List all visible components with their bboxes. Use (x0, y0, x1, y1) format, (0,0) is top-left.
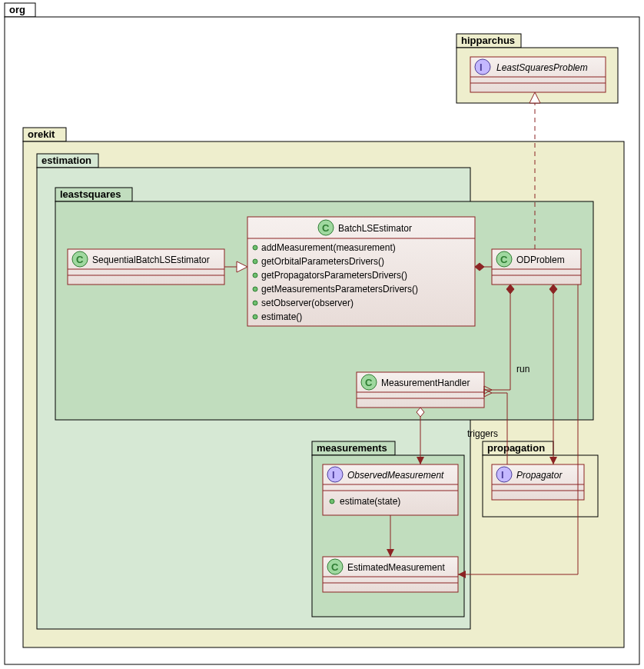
class-MeasurementHandler-name: MeasurementHandler (381, 378, 470, 388)
class-SequentialBatchLSEstimator-name: SequentialBatchLSEstimator (92, 255, 210, 265)
svg-text:estimate(): estimate() (261, 311, 302, 322)
svg-point-53 (330, 499, 334, 504)
svg-point-26 (253, 259, 257, 264)
svg-text:I: I (501, 469, 504, 481)
package-leastsquares-label: leastsquares (60, 188, 121, 200)
svg-text:I: I (480, 62, 483, 73)
class-Propagator-name: Propagator (516, 470, 563, 481)
svg-text:C: C (365, 377, 373, 388)
package-measurements-label: measurements (317, 442, 387, 454)
svg-point-34 (253, 315, 257, 319)
class-ObservedMeasurement: I ObservedMeasurement estimate(state) (323, 464, 458, 515)
svg-point-7 (475, 59, 490, 75)
class-LeastSquaresProblem-name: LeastSquaresProblem (496, 62, 588, 73)
svg-point-24 (253, 245, 257, 250)
class-SequentialBatchLSEstimator: C SequentialBatchLSEstimator (68, 249, 224, 285)
svg-text:C: C (322, 222, 330, 234)
class-BatchLSEstimator: C BatchLSEstimator addMeasurement(measur… (247, 217, 475, 326)
svg-point-65 (496, 467, 512, 482)
svg-text:I: I (332, 469, 335, 481)
package-orekit-label: orekit (28, 128, 55, 140)
svg-text:C: C (500, 254, 508, 265)
class-EstimatedMeasurement-name: EstimatedMeasurement (347, 562, 445, 573)
svg-text:addMeasurement(measurement): addMeasurement(measurement) (261, 242, 396, 253)
svg-point-51 (327, 467, 343, 482)
svg-text:setObserver(observer): setObserver(observer) (261, 298, 354, 308)
svg-text:getPropagatorsParametersDriver: getPropagatorsParametersDrivers() (261, 270, 407, 281)
svg-text:getOrbitalParametersDrivers(): getOrbitalParametersDrivers() (261, 256, 384, 267)
class-ODProblem-name: ODProblem (516, 255, 565, 265)
package-estimation-label: estimation (41, 155, 91, 166)
svg-point-30 (253, 287, 257, 291)
svg-text:estimate(state): estimate(state) (340, 496, 400, 507)
relation-label-triggers: triggers (467, 428, 498, 439)
class-EstimatedMeasurement: C EstimatedMeasurement (323, 557, 458, 592)
svg-text:getMeasurementsParametersDrive: getMeasurementsParametersDrivers() (261, 284, 418, 295)
svg-text:C: C (76, 254, 84, 265)
package-org-label: org (9, 4, 25, 15)
class-ODProblem: C ODProblem (492, 249, 581, 285)
svg-point-28 (253, 273, 257, 278)
svg-text:C: C (331, 561, 339, 573)
package-propagation-label: propagation (487, 442, 545, 454)
class-Propagator: I Propagator (492, 464, 584, 500)
relation-label-run: run (516, 364, 529, 374)
class-MeasurementHandler: C MeasurementHandler (357, 372, 484, 408)
class-BatchLSEstimator-name: BatchLSEstimator (338, 223, 412, 234)
class-ObservedMeasurement-name: ObservedMeasurement (347, 470, 444, 481)
package-hipparchus-label: hipparchus (461, 35, 515, 46)
svg-point-32 (253, 301, 257, 305)
uml-diagram: org hipparchus I LeastSquaresProblem ore… (0, 0, 644, 669)
class-LeastSquaresProblem: I LeastSquaresProblem (470, 57, 606, 92)
